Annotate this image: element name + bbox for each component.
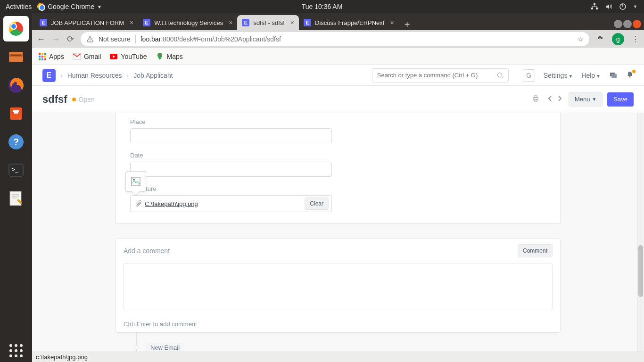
url-text: foo.bar:8000/desk#Form/Job%20Applicant/s…: [140, 35, 281, 43]
tab-job-application[interactable]: E JOB APPLICATION FORM ×: [35, 15, 138, 30]
print-button[interactable]: [530, 93, 541, 106]
menu-button[interactable]: Menu▼: [569, 92, 603, 107]
comment-input[interactable]: [124, 263, 553, 310]
svg-rect-2: [596, 8, 598, 9]
tab-wtt[interactable]: E W.t.t technology Services ×: [138, 15, 237, 30]
dock-help[interactable]: ?: [3, 129, 29, 155]
chevron-down-icon[interactable]: ▼: [633, 4, 637, 9]
close-tab-icon[interactable]: ×: [229, 19, 232, 26]
new-tab-button[interactable]: +: [399, 19, 416, 30]
favicon-icon: E: [143, 19, 150, 26]
network-icon[interactable]: [591, 3, 598, 10]
bookmark-label: YouTube: [121, 53, 147, 60]
bookmark-label: Maps: [167, 53, 183, 60]
maximize-button[interactable]: [623, 20, 632, 28]
print-icon: [532, 95, 539, 102]
dock-chrome[interactable]: [3, 16, 29, 41]
notifications-button[interactable]: [626, 71, 634, 80]
svg-rect-29: [534, 96, 537, 98]
search-input[interactable]: [377, 72, 497, 79]
save-button[interactable]: Save: [607, 92, 634, 107]
place-input[interactable]: [130, 128, 332, 143]
app-logo[interactable]: E: [42, 69, 56, 82]
dock-text-editor[interactable]: [3, 186, 29, 211]
reload-button[interactable]: ⟳: [67, 34, 74, 44]
youtube-icon: [109, 52, 118, 61]
tab-discuss[interactable]: E Discuss Frappe/ERPNext ×: [299, 15, 399, 30]
chevron-left-icon: [548, 95, 553, 102]
show-applications-button[interactable]: [9, 344, 23, 357]
dock-software[interactable]: [3, 101, 29, 126]
close-tab-icon[interactable]: ×: [130, 19, 133, 26]
svg-text:?: ?: [13, 137, 19, 147]
dock-terminal[interactable]: >_: [3, 157, 29, 183]
omnibox[interactable]: Not secure foo.bar:8000/desk#Form/Job%20…: [81, 32, 589, 46]
extensions-icon[interactable]: [596, 35, 604, 43]
window-controls: [614, 20, 644, 30]
bookmark-gmail[interactable]: Gmail: [73, 52, 101, 61]
dock-files[interactable]: [3, 44, 29, 70]
app-navbar: E › Human Resources › Job Applicant G Se…: [32, 65, 644, 86]
chevron-right-icon: [557, 95, 562, 102]
close-tab-icon[interactable]: ×: [390, 19, 394, 26]
page-header: sdfsf Open Menu▼ Save: [32, 86, 644, 113]
favicon-icon: E: [40, 19, 47, 26]
svg-point-27: [629, 76, 631, 78]
bookmark-youtube[interactable]: YouTube: [109, 52, 147, 61]
timeline: New Email: [116, 333, 561, 353]
attachment-link[interactable]: C:\fakepath\jpg.png: [145, 200, 198, 207]
comment-button[interactable]: Comment: [518, 244, 553, 257]
system-clock[interactable]: Tue 10:36 AM: [302, 3, 343, 10]
close-window-button[interactable]: [633, 20, 641, 28]
scrollbar-track[interactable]: [637, 113, 644, 352]
tab-title: sdfsf - sdfsf: [253, 19, 284, 26]
clear-button[interactable]: Clear: [305, 197, 329, 210]
comments-section: Add a comment Comment Ctrl+Enter to add …: [116, 238, 561, 333]
close-tab-icon[interactable]: ×: [290, 19, 294, 26]
svg-point-19: [90, 41, 91, 41]
minimize-button[interactable]: [614, 20, 622, 28]
tab-sdfsf[interactable]: E sdfsf - sdfsf ×: [237, 15, 299, 30]
power-icon[interactable]: [619, 3, 627, 10]
chrome-status-bar: c:\fakepath\jpg.png: [32, 352, 644, 362]
svg-rect-14: [10, 191, 21, 206]
status-text: c:\fakepath\jpg.png: [36, 354, 88, 361]
app-indicator-label: Google Chrome: [48, 3, 94, 10]
activities-button[interactable]: Activities: [6, 3, 32, 10]
svg-rect-1: [591, 8, 593, 9]
add-comment-label: Add a comment: [124, 247, 170, 255]
date-input[interactable]: [130, 162, 332, 177]
bookmark-maps[interactable]: Maps: [156, 52, 183, 61]
awesomebar[interactable]: [372, 68, 509, 82]
back-button[interactable]: ←: [37, 34, 45, 44]
kebab-menu-icon[interactable]: ⋮: [632, 35, 639, 44]
breadcrumb-job-applicant[interactable]: Job Applicant: [133, 72, 173, 79]
apps-shortcut[interactable]: Apps: [39, 53, 64, 60]
prev-doc-button[interactable]: [546, 93, 553, 106]
user-avatar[interactable]: G: [523, 69, 535, 82]
profile-avatar[interactable]: g: [612, 33, 624, 45]
app-indicator[interactable]: Google Chrome ▼: [37, 3, 102, 10]
tab-title: Discuss Frappe/ERPNext: [315, 19, 384, 26]
address-bar: ← → ⟳ Not secure foo.bar:8000/desk#Form/…: [32, 30, 644, 48]
gmail-icon: [73, 52, 81, 61]
breadcrumb-hr[interactable]: Human Resources: [67, 72, 122, 79]
bookmark-label: Gmail: [84, 53, 101, 60]
tab-strip: E JOB APPLICATION FORM × E W.t.t technol…: [32, 13, 644, 30]
settings-menu[interactable]: Settings▼: [544, 72, 573, 79]
volume-icon[interactable]: [605, 3, 612, 10]
svg-rect-26: [611, 74, 617, 78]
dock-firefox[interactable]: [3, 73, 29, 98]
forward-button: →: [52, 34, 60, 44]
warning-icon: [86, 35, 94, 43]
scrollbar-thumb[interactable]: [638, 245, 643, 297]
help-menu[interactable]: Help▼: [581, 72, 601, 79]
star-icon[interactable]: ☆: [578, 35, 584, 43]
chat-icon[interactable]: [609, 71, 618, 80]
form-section: Place Date Signature C:\fakepath\jpg.png…: [116, 113, 561, 224]
favicon-icon: E: [242, 19, 249, 26]
next-doc-button[interactable]: [557, 93, 564, 106]
field-label: Date: [130, 152, 332, 159]
page-body: Place Date Signature C:\fakepath\jpg.png…: [32, 113, 644, 362]
svg-text:>_: >_: [12, 166, 18, 173]
